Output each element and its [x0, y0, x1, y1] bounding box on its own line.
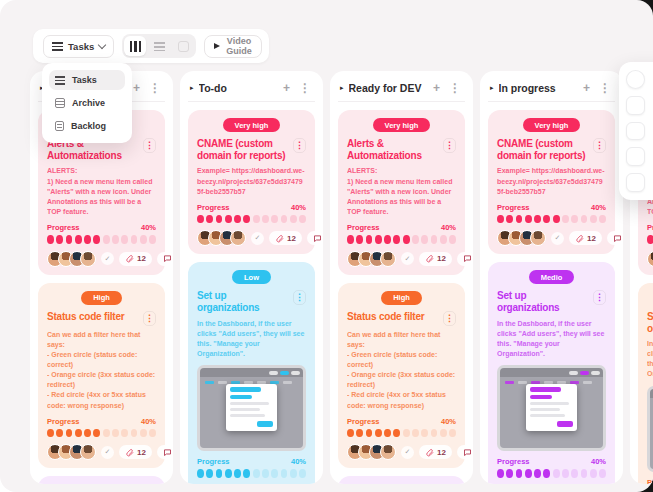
attachments-pill[interactable]: 12 [419, 445, 452, 459]
priority-badge: High [81, 291, 122, 305]
avatar[interactable] [647, 251, 653, 267]
add-card-button[interactable]: + [131, 82, 142, 94]
seen-check-icon: ✓ [251, 232, 264, 245]
avatar[interactable] [230, 230, 246, 246]
card-menu-button[interactable]: ⋮ [293, 138, 306, 153]
comments-pill[interactable]: 8 [457, 445, 473, 459]
comments-pill[interactable]: 8 [457, 252, 473, 266]
comments-pill[interactable]: 8 [307, 231, 323, 245]
popup-action-icon[interactable] [626, 173, 645, 192]
attachments-count: 12 [437, 254, 446, 263]
task-card[interactable]: HighSet up organizations⋮In the Dashboar… [638, 283, 653, 484]
menu-item-tasks[interactable]: Tasks [49, 70, 125, 90]
popup-action-icon[interactable] [626, 147, 645, 166]
card-menu-button[interactable]: ⋮ [593, 290, 606, 305]
view-board-button[interactable] [172, 36, 194, 56]
card-menu-button[interactable]: ⋮ [293, 290, 306, 305]
progress-dot [581, 469, 588, 478]
thumbnail-chip [591, 371, 600, 375]
popup-action-icon[interactable] [626, 96, 645, 115]
view-columns-button[interactable] [124, 36, 146, 56]
card-title-row: Set up organizations⋮ [497, 290, 606, 314]
avatar[interactable] [530, 230, 546, 246]
modal-button [557, 421, 573, 427]
column-menu-button[interactable]: ⋮ [447, 82, 463, 94]
progress-dot [497, 469, 504, 478]
task-card[interactable]: MedioCustom subscription (new pricing pa… [338, 476, 465, 484]
video-guide-button[interactable]: Video Guide [204, 35, 262, 58]
progress-dot [403, 429, 410, 438]
attachment-thumbnail[interactable] [647, 386, 653, 472]
progress-dot [581, 215, 588, 224]
card-menu-button[interactable]: ⋮ [443, 311, 456, 326]
progress-dot [56, 235, 63, 244]
column-menu-button[interactable]: ⋮ [147, 82, 163, 94]
menu-item-backlog[interactable]: Backlog [49, 116, 125, 136]
card-menu-button[interactable]: ⋮ [593, 138, 606, 153]
progress-dots [47, 235, 156, 244]
progress-dot [590, 215, 597, 224]
board-select-button[interactable]: Tasks [43, 35, 114, 58]
attachment-thumbnail[interactable] [197, 365, 306, 451]
progress-dot [356, 235, 363, 244]
comments-pill[interactable]: 8 [157, 445, 173, 459]
card-title-row: Status code filter⋮ [47, 311, 156, 326]
column-menu-button[interactable]: ⋮ [297, 82, 313, 94]
progress-dot [253, 469, 260, 478]
avatar[interactable] [380, 444, 396, 460]
menu-item-archive[interactable]: Archive [49, 93, 125, 113]
card-menu-button[interactable]: ⋮ [143, 311, 156, 326]
avatar[interactable] [80, 444, 96, 460]
task-card[interactable]: MedioCustom subscription (new pricing pa… [38, 476, 165, 484]
comments-pill[interactable]: 8 [607, 231, 623, 245]
column-menu-button[interactable]: ⋮ [597, 82, 613, 94]
progress-dot [140, 235, 147, 244]
task-card[interactable]: Very highAlerts & Automatizations⋮ALERTS… [338, 110, 465, 275]
attachments-count: 12 [587, 234, 596, 243]
task-card[interactable]: HighStatus code filter⋮Can we add a filt… [338, 283, 465, 469]
attachments-pill[interactable]: 12 [119, 252, 152, 266]
progress-dot [84, 235, 91, 244]
attachment-thumbnail[interactable] [497, 365, 606, 451]
progress-dot [197, 215, 204, 224]
task-card[interactable]: Very highCNAME (custom domain for report… [488, 110, 615, 254]
collapse-arrow-icon[interactable]: ▸ [490, 84, 494, 92]
task-card[interactable]: HighStatus code filter⋮Can we add a filt… [38, 283, 165, 469]
thumbnail-chip [269, 371, 278, 375]
attachments-pill[interactable]: 12 [419, 252, 452, 266]
card-menu-button[interactable]: ⋮ [443, 138, 456, 153]
task-card[interactable]: MedioSet up organizations⋮In the Dashboa… [488, 262, 615, 484]
progress-dot [299, 469, 306, 478]
progress-row: Progress40% [47, 223, 156, 232]
popup-action-icon[interactable] [626, 122, 645, 141]
progress-dot [599, 215, 606, 224]
attachments-pill[interactable]: 12 [269, 231, 302, 245]
add-card-button[interactable]: + [431, 82, 442, 94]
view-list-button[interactable] [148, 36, 170, 56]
app-window: Tasks Video Guide ▸Tasks+⋮Very highAlert… [0, 0, 653, 492]
collapse-arrow-icon[interactable]: ▸ [190, 84, 194, 92]
modal-line [530, 402, 569, 405]
seen-check-icon: ✓ [401, 252, 414, 265]
add-card-button[interactable]: + [581, 82, 592, 94]
avatar[interactable] [380, 251, 396, 267]
card-menu-button[interactable]: ⋮ [143, 138, 156, 153]
attachments-pill[interactable]: 12 [119, 445, 152, 459]
progress-dot [149, 429, 156, 438]
popup-action-icon[interactable] [626, 70, 645, 89]
progress-row: Progress40% [647, 223, 653, 232]
progress-label: Progress [47, 417, 80, 426]
attachments-pill[interactable]: 12 [569, 231, 602, 245]
progress-dot [571, 469, 578, 478]
task-card[interactable]: Very highCNAME (custom domain for report… [188, 110, 315, 254]
progress-dot [516, 215, 523, 224]
avatar[interactable] [80, 251, 96, 267]
task-card[interactable]: LowSet up organizations⋮In the Dashboard… [188, 262, 315, 484]
comments-pill[interactable]: 8 [157, 252, 173, 266]
progress-dot [47, 235, 54, 244]
add-card-button[interactable]: + [281, 82, 292, 94]
collapse-arrow-icon[interactable]: ▸ [340, 84, 344, 92]
progress-dot [66, 429, 73, 438]
thumbnail-chip [580, 371, 589, 375]
column-header: ▸In progress+⋮ [488, 79, 615, 102]
